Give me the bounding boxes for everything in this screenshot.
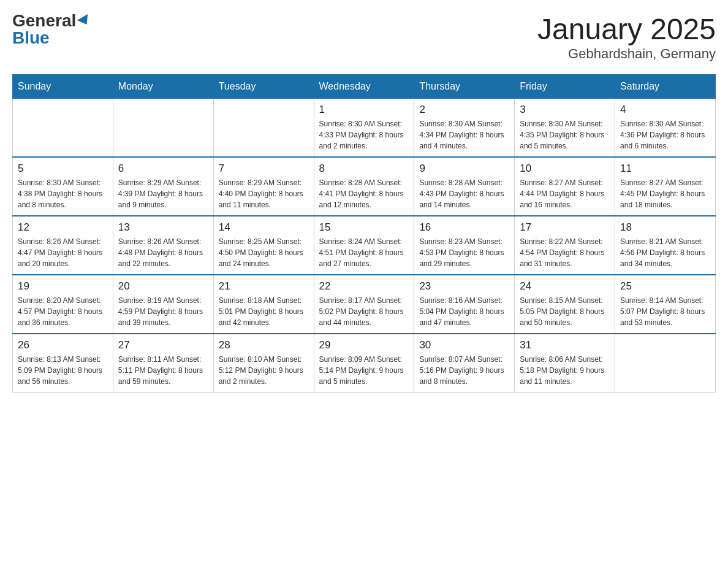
day-info: Sunrise: 8:22 AM Sunset: 4:54 PM Dayligh…: [520, 236, 610, 269]
day-number: 28: [219, 339, 309, 351]
day-info: Sunrise: 8:17 AM Sunset: 5:02 PM Dayligh…: [319, 295, 409, 328]
day-info: Sunrise: 8:13 AM Sunset: 5:09 PM Dayligh…: [18, 354, 108, 387]
day-info: Sunrise: 8:30 AM Sunset: 4:33 PM Dayligh…: [319, 118, 409, 151]
calendar-day-cell: 5Sunrise: 8:30 AM Sunset: 4:38 PM Daylig…: [13, 157, 113, 216]
day-number: 9: [419, 163, 509, 175]
calendar-day-cell: 30Sunrise: 8:07 AM Sunset: 5:16 PM Dayli…: [414, 334, 515, 393]
day-number: 8: [319, 163, 409, 175]
calendar-day-cell: 27Sunrise: 8:11 AM Sunset: 5:11 PM Dayli…: [113, 334, 213, 393]
logo-arrow-icon: [77, 14, 92, 28]
day-number: 16: [419, 221, 509, 234]
calendar-day-cell: 12Sunrise: 8:26 AM Sunset: 4:47 PM Dayli…: [13, 216, 113, 275]
calendar-day-header: Wednesday: [314, 75, 414, 99]
day-info: Sunrise: 8:26 AM Sunset: 4:47 PM Dayligh…: [18, 236, 108, 269]
day-info: Sunrise: 8:19 AM Sunset: 4:59 PM Dayligh…: [118, 295, 208, 328]
calendar-day-cell: 18Sunrise: 8:21 AM Sunset: 4:56 PM Dayli…: [615, 216, 716, 275]
day-info: Sunrise: 8:15 AM Sunset: 5:05 PM Dayligh…: [520, 295, 610, 328]
calendar-day-cell: 16Sunrise: 8:23 AM Sunset: 4:53 PM Dayli…: [414, 216, 515, 275]
day-number: 1: [319, 104, 409, 116]
day-info: Sunrise: 8:16 AM Sunset: 5:04 PM Dayligh…: [419, 295, 509, 328]
calendar-day-header: Sunday: [13, 75, 113, 99]
day-info: Sunrise: 8:29 AM Sunset: 4:40 PM Dayligh…: [219, 177, 309, 210]
day-number: 27: [118, 339, 208, 351]
calendar-day-header: Thursday: [414, 75, 515, 99]
day-info: Sunrise: 8:30 AM Sunset: 4:36 PM Dayligh…: [620, 118, 710, 151]
day-info: Sunrise: 8:06 AM Sunset: 5:18 PM Dayligh…: [520, 354, 610, 387]
day-number: 23: [419, 280, 509, 293]
day-info: Sunrise: 8:30 AM Sunset: 4:34 PM Dayligh…: [419, 118, 509, 151]
day-number: 31: [520, 339, 610, 351]
day-number: 26: [18, 339, 108, 351]
calendar-day-cell: 8Sunrise: 8:28 AM Sunset: 4:41 PM Daylig…: [314, 157, 414, 216]
calendar-day-cell: 28Sunrise: 8:10 AM Sunset: 5:12 PM Dayli…: [213, 334, 314, 393]
day-info: Sunrise: 8:26 AM Sunset: 4:48 PM Dayligh…: [118, 236, 208, 269]
day-info: Sunrise: 8:28 AM Sunset: 4:41 PM Dayligh…: [319, 177, 409, 210]
logo-blue-text: Blue: [12, 29, 50, 47]
calendar-day-cell: [213, 99, 314, 158]
day-info: Sunrise: 8:09 AM Sunset: 5:14 PM Dayligh…: [319, 354, 409, 387]
day-number: 17: [520, 221, 610, 234]
calendar-day-cell: 6Sunrise: 8:29 AM Sunset: 4:39 PM Daylig…: [113, 157, 213, 216]
day-number: 24: [520, 280, 610, 293]
logo-general-text: General: [12, 12, 76, 29]
day-number: 22: [319, 280, 409, 293]
calendar-header-row: SundayMondayTuesdayWednesdayThursdayFrid…: [13, 75, 716, 99]
calendar-day-cell: 29Sunrise: 8:09 AM Sunset: 5:14 PM Dayli…: [314, 334, 414, 393]
calendar-day-cell: 9Sunrise: 8:28 AM Sunset: 4:43 PM Daylig…: [414, 157, 515, 216]
calendar-day-header: Friday: [515, 75, 615, 99]
day-info: Sunrise: 8:29 AM Sunset: 4:39 PM Dayligh…: [118, 177, 208, 210]
calendar-day-cell: 10Sunrise: 8:27 AM Sunset: 4:44 PM Dayli…: [515, 157, 615, 216]
calendar-day-cell: 4Sunrise: 8:30 AM Sunset: 4:36 PM Daylig…: [615, 99, 716, 158]
page-header: General Blue January 2025 Gebhardshain, …: [12, 12, 716, 62]
calendar-day-cell: [13, 99, 113, 158]
day-info: Sunrise: 8:21 AM Sunset: 4:56 PM Dayligh…: [620, 236, 710, 269]
calendar-day-cell: 14Sunrise: 8:25 AM Sunset: 4:50 PM Dayli…: [213, 216, 314, 275]
calendar-week-row: 5Sunrise: 8:30 AM Sunset: 4:38 PM Daylig…: [13, 157, 716, 216]
day-number: 3: [520, 104, 610, 116]
calendar-day-cell: 3Sunrise: 8:30 AM Sunset: 4:35 PM Daylig…: [515, 99, 615, 158]
calendar-day-cell: 31Sunrise: 8:06 AM Sunset: 5:18 PM Dayli…: [515, 334, 615, 393]
day-number: 19: [18, 280, 108, 293]
day-number: 13: [118, 221, 208, 234]
day-number: 20: [118, 280, 208, 293]
calendar-day-cell: 23Sunrise: 8:16 AM Sunset: 5:04 PM Dayli…: [414, 275, 515, 334]
day-info: Sunrise: 8:20 AM Sunset: 4:57 PM Dayligh…: [18, 295, 108, 328]
day-number: 21: [219, 280, 309, 293]
day-number: 15: [319, 221, 409, 234]
month-title: January 2025: [537, 12, 716, 46]
calendar-day-cell: 2Sunrise: 8:30 AM Sunset: 4:34 PM Daylig…: [414, 99, 515, 158]
day-info: Sunrise: 8:23 AM Sunset: 4:53 PM Dayligh…: [419, 236, 509, 269]
calendar-day-cell: [113, 99, 213, 158]
calendar-day-header: Monday: [113, 75, 213, 99]
title-section: January 2025 Gebhardshain, Germany: [537, 12, 716, 62]
calendar-day-cell: 26Sunrise: 8:13 AM Sunset: 5:09 PM Dayli…: [13, 334, 113, 393]
calendar-day-cell: 20Sunrise: 8:19 AM Sunset: 4:59 PM Dayli…: [113, 275, 213, 334]
day-info: Sunrise: 8:30 AM Sunset: 4:38 PM Dayligh…: [18, 177, 108, 210]
day-number: 11: [620, 163, 710, 175]
calendar-day-cell: 15Sunrise: 8:24 AM Sunset: 4:51 PM Dayli…: [314, 216, 414, 275]
day-number: 5: [18, 163, 108, 175]
day-info: Sunrise: 8:27 AM Sunset: 4:44 PM Dayligh…: [520, 177, 610, 210]
calendar-day-cell: 25Sunrise: 8:14 AM Sunset: 5:07 PM Dayli…: [615, 275, 716, 334]
day-number: 4: [620, 104, 710, 116]
calendar-week-row: 1Sunrise: 8:30 AM Sunset: 4:33 PM Daylig…: [13, 99, 716, 158]
day-number: 30: [419, 339, 509, 351]
calendar-day-cell: 22Sunrise: 8:17 AM Sunset: 5:02 PM Dayli…: [314, 275, 414, 334]
calendar-day-cell: [615, 334, 716, 393]
day-number: 18: [620, 221, 710, 234]
calendar-day-cell: 24Sunrise: 8:15 AM Sunset: 5:05 PM Dayli…: [515, 275, 615, 334]
day-number: 10: [520, 163, 610, 175]
day-number: 2: [419, 104, 509, 116]
calendar-day-cell: 13Sunrise: 8:26 AM Sunset: 4:48 PM Dayli…: [113, 216, 213, 275]
calendar-day-cell: 19Sunrise: 8:20 AM Sunset: 4:57 PM Dayli…: [13, 275, 113, 334]
calendar-day-cell: 1Sunrise: 8:30 AM Sunset: 4:33 PM Daylig…: [314, 99, 414, 158]
calendar-day-cell: 7Sunrise: 8:29 AM Sunset: 4:40 PM Daylig…: [213, 157, 314, 216]
day-number: 25: [620, 280, 710, 293]
day-number: 29: [319, 339, 409, 351]
calendar-table: SundayMondayTuesdayWednesdayThursdayFrid…: [12, 74, 716, 393]
day-info: Sunrise: 8:14 AM Sunset: 5:07 PM Dayligh…: [620, 295, 710, 328]
calendar-day-header: Tuesday: [213, 75, 314, 99]
calendar-week-row: 26Sunrise: 8:13 AM Sunset: 5:09 PM Dayli…: [13, 334, 716, 393]
day-info: Sunrise: 8:07 AM Sunset: 5:16 PM Dayligh…: [419, 354, 509, 387]
day-info: Sunrise: 8:10 AM Sunset: 5:12 PM Dayligh…: [219, 354, 309, 387]
